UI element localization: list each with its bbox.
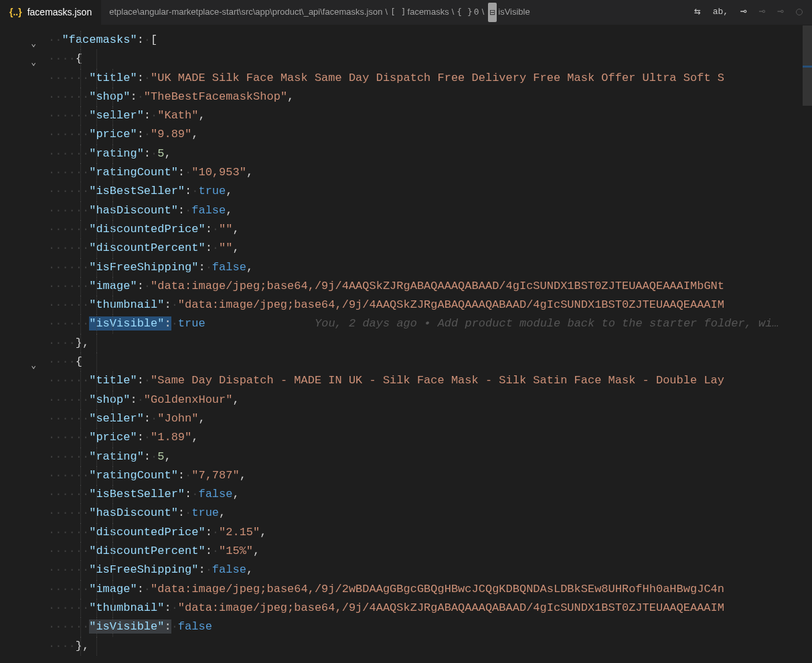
scrollbar-selection-mark [803, 66, 812, 68]
code-line[interactable]: ····}, [0, 637, 812, 656]
more-icon[interactable] [796, 9, 803, 15]
breadcrumb-leaf: isVisible [498, 3, 530, 21]
breadcrumb-path: etplace\angular-marketplace-start\src\ap… [109, 3, 382, 21]
code-line[interactable]: ······"isBestSeller":·false, [0, 485, 812, 504]
code-line[interactable]: ······"isFreeShipping":·false, [0, 258, 812, 277]
editor-tab-active[interactable]: {..} facemasks.json [0, 0, 101, 25]
code-line[interactable]: ······"hasDiscount":·true, [0, 504, 812, 523]
code-line[interactable]: ······"isFreeShipping":·false, [0, 561, 812, 579]
code-line[interactable]: ······"discountedPrice":·"2.15", [0, 523, 812, 542]
code-line[interactable]: ······"isVisible":·false [0, 618, 812, 636]
variable-icon: ⊟ [488, 3, 497, 21]
code-line[interactable]: ······"price":·"1.89", [0, 428, 812, 447]
code-line[interactable]: ······"image":·"data:image/jpeg;base64,/… [0, 277, 812, 296]
code-line[interactable]: ······"discountedPrice":·"", [0, 220, 812, 239]
git-next-icon[interactable]: ⊸ [777, 3, 784, 21]
tab-bar: {..} facemasks.json etplace\angular-mark… [0, 0, 812, 25]
code-line[interactable]: ······"discountPercent":·"", [0, 239, 812, 258]
code-line[interactable]: ······"seller":·"John", [0, 409, 812, 428]
code-line[interactable]: ····}, [0, 334, 812, 353]
scrollbar-vertical[interactable] [803, 25, 812, 663]
code-line[interactable]: ······"shop":·"TheBestFacemaskShop", [0, 88, 812, 106]
code-line[interactable]: ······"thumbnail":·"data:image/jpeg;base… [0, 599, 812, 618]
breadcrumb-index: 0 [474, 3, 479, 21]
git-commit-icon[interactable]: ⊸ [740, 3, 747, 21]
code-line[interactable]: ⌄····{ [0, 50, 812, 68]
code-line[interactable]: ······"price":·"9.89", [0, 125, 812, 144]
code-line[interactable]: ······"shop":·"GoldenxHour", [0, 391, 812, 409]
code-line[interactable]: ······"seller":·"Kath", [0, 106, 812, 125]
code-line[interactable]: ······"thumbnail":·"data:image/jpeg;base… [0, 296, 812, 314]
git-blame-annotation: You, 2 days ago • Add product module bac… [315, 314, 779, 333]
code-line[interactable]: ······"title":·"UK MADE Silk Face Mask S… [0, 69, 812, 88]
tab-filename: facemasks.json [27, 3, 92, 21]
code-line[interactable]: ⌄··"facemasks":·[ [0, 31, 812, 50]
code-line[interactable]: ······"image":·"data:image/jpeg;base64,/… [0, 580, 812, 599]
compare-changes-icon[interactable]: ⇆ [694, 3, 701, 21]
code-line[interactable]: ······"rating":·5, [0, 448, 812, 466]
code-line[interactable]: ······"hasDiscount":·false, [0, 201, 812, 220]
code-line[interactable]: ······"title":·"Same Day Dispatch - MADE… [0, 371, 812, 390]
bracket-icon: [ ] [390, 3, 406, 21]
breadcrumb-seg: facemasks [408, 3, 449, 21]
brace-icon: { } [457, 3, 472, 21]
json-file-icon: {..} [9, 3, 22, 21]
code-line[interactable]: ······"discountPercent":·"15%", [0, 542, 812, 561]
code-line[interactable]: ······"isVisible":·trueYou, 2 days ago •… [0, 314, 812, 333]
code-line[interactable]: ······"isBestSeller":·true, [0, 182, 812, 201]
whole-word-icon[interactable]: ab, [713, 3, 728, 21]
breadcrumb[interactable]: etplace\angular-marketplace-start\src\ap… [101, 3, 685, 21]
code-line[interactable]: ······"ratingCount":·"10,953", [0, 163, 812, 182]
git-prev-icon[interactable]: ⊸ [759, 3, 766, 21]
code-line[interactable]: ······"ratingCount":·"7,787", [0, 466, 812, 485]
editor-actions: ⇆ ab, ⊸ ⊸ ⊸ [685, 3, 812, 21]
code-line[interactable]: ······"rating":·5, [0, 145, 812, 163]
code-line[interactable]: ⌄····{ [0, 353, 812, 371]
code-editor[interactable]: ⌄··"facemasks":·[⌄····{······"title":·"U… [0, 25, 812, 656]
